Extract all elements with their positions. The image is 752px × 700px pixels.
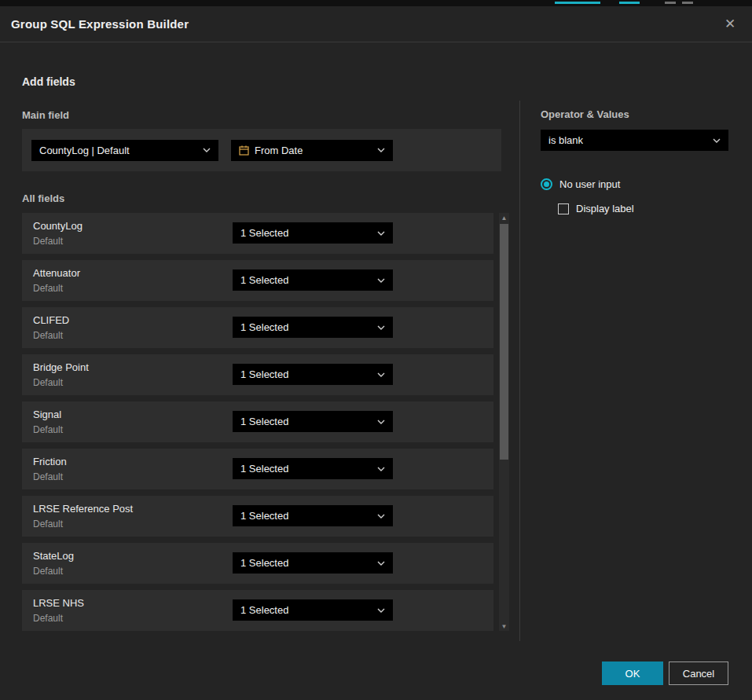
dialog-header: Group SQL Expression Builder ✕ — [0, 6, 752, 42]
field-name: Signal — [33, 409, 61, 420]
field-row: Bridge Point Default 1 Selected — [22, 354, 493, 395]
background-app-artifact — [665, 2, 676, 4]
field-selected-dropdown[interactable]: 1 Selected — [233, 364, 393, 385]
dropdown-value: 1 Selected — [240, 368, 288, 380]
field-selected-dropdown[interactable]: 1 Selected — [233, 458, 393, 479]
field-selected-dropdown[interactable]: 1 Selected — [233, 552, 393, 574]
chevron-down-icon — [371, 231, 385, 236]
field-selected-dropdown[interactable]: 1 Selected — [233, 505, 393, 526]
dropdown-value: 1 Selected — [240, 463, 288, 475]
field-name: StateLog — [33, 550, 74, 562]
field-row: CLIFED Default 1 Selected — [22, 307, 493, 348]
field-subtitle: Default — [33, 566, 63, 577]
no-user-input-radio[interactable]: No user input — [541, 178, 620, 190]
chevron-down-icon — [371, 325, 385, 330]
background-app-artifact — [682, 2, 693, 4]
field-row: Signal Default 1 Selected — [22, 401, 493, 442]
field-subtitle: Default — [33, 236, 63, 247]
radio-selected-icon — [541, 178, 552, 190]
dropdown-value: CountyLog | Default — [39, 145, 130, 156]
dropdown-value: 1 Selected — [240, 416, 288, 427]
field-subtitle: Default — [33, 424, 63, 435]
dropdown-value: 1 Selected — [240, 604, 288, 616]
checkbox-label: Display label — [576, 203, 634, 214]
field-subtitle: Default — [33, 471, 63, 482]
add-fields-heading: Add fields — [22, 75, 75, 88]
field-name: LRSE Reference Post — [33, 503, 133, 515]
checkbox-unchecked-icon — [558, 203, 569, 214]
panel-divider — [519, 101, 520, 641]
dropdown-value: 1 Selected — [240, 227, 288, 239]
dropdown-value: 1 Selected — [240, 321, 288, 333]
chevron-down-icon — [706, 138, 721, 143]
all-fields-list: CountyLog Default 1 Selected Attenuator … — [22, 213, 493, 637]
operator-dropdown[interactable]: is blank — [541, 130, 728, 151]
background-app-artifact — [555, 2, 600, 4]
dropdown-value: 1 Selected — [240, 510, 288, 522]
all-fields-label: All fields — [22, 192, 64, 204]
field-row: LRSE Reference Post Default 1 Selected — [22, 496, 493, 537]
dialog-title: Group SQL Expression Builder — [11, 17, 189, 31]
calendar-icon — [239, 145, 249, 156]
field-name: CountyLog — [33, 220, 83, 232]
chevron-down-icon — [371, 372, 385, 377]
field-name: CLIFED — [33, 314, 69, 326]
dropdown-value: 1 Selected — [240, 557, 288, 569]
field-selected-dropdown[interactable]: 1 Selected — [233, 599, 393, 621]
field-subtitle: Default — [33, 283, 63, 294]
all-fields-scrollbar[interactable]: ▲ ▼ — [499, 213, 509, 631]
scroll-down-icon[interactable]: ▼ — [499, 621, 509, 631]
scrollbar-thumb[interactable] — [500, 224, 508, 460]
chevron-down-icon — [371, 608, 385, 613]
field-name: Friction — [33, 456, 67, 467]
ok-button[interactable]: OK — [602, 662, 663, 685]
dropdown-value: is blank — [548, 134, 583, 146]
background-app-artifact — [619, 2, 640, 4]
operator-values-heading: Operator & Values — [541, 108, 629, 120]
main-field-label: Main field — [22, 109, 69, 121]
field-subtitle: Default — [33, 613, 63, 624]
field-row: StateLog Default 1 Selected — [22, 543, 493, 584]
chevron-down-icon — [196, 148, 211, 152]
chevron-down-icon — [371, 420, 385, 424]
field-subtitle: Default — [33, 519, 63, 530]
field-selected-dropdown[interactable]: 1 Selected — [233, 269, 393, 291]
field-selected-dropdown[interactable]: 1 Selected — [233, 411, 393, 432]
field-selected-dropdown[interactable]: 1 Selected — [233, 222, 393, 244]
field-subtitle: Default — [33, 330, 63, 341]
chevron-down-icon — [371, 278, 385, 283]
display-label-checkbox[interactable]: Display label — [558, 203, 634, 214]
field-selected-dropdown[interactable]: 1 Selected — [233, 317, 393, 338]
cancel-button[interactable]: Cancel — [669, 662, 728, 685]
field-row: Friction Default 1 Selected — [22, 449, 493, 489]
field-row: LRSE NHS Default 1 Selected — [22, 590, 493, 631]
field-subtitle: Default — [33, 377, 63, 388]
dropdown-value: From Date — [255, 145, 303, 156]
main-field-field-dropdown[interactable]: From Date — [231, 140, 393, 161]
chevron-down-icon — [371, 561, 385, 566]
field-name: LRSE NHS — [33, 597, 84, 609]
field-row: Attenuator Default 1 Selected — [22, 260, 493, 301]
scroll-up-icon[interactable]: ▲ — [499, 213, 509, 222]
field-row: CountyLog Default 1 Selected — [22, 213, 493, 254]
radio-label: No user input — [559, 178, 620, 190]
field-name: Bridge Point — [33, 361, 89, 373]
dropdown-value: 1 Selected — [240, 274, 288, 286]
field-name: Attenuator — [33, 267, 80, 279]
chevron-down-icon — [371, 148, 385, 152]
main-field-source-dropdown[interactable]: CountyLog | Default — [31, 140, 218, 161]
close-icon[interactable]: ✕ — [719, 13, 741, 35]
main-field-box: CountyLog | Default From Date — [22, 129, 501, 171]
chevron-down-icon — [371, 514, 385, 519]
chevron-down-icon — [371, 467, 385, 471]
group-sql-expression-builder-dialog: Group SQL Expression Builder ✕ Add field… — [0, 6, 752, 700]
